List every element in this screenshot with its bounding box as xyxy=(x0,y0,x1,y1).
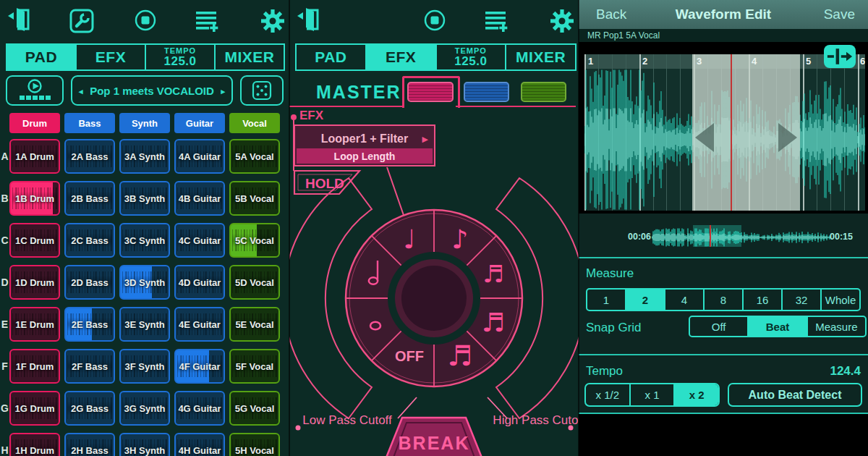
tempo-option-x1[interactable]: x 1 xyxy=(629,384,674,405)
pad-cell-5G[interactable]: 5G Vocal xyxy=(229,391,280,426)
tab-pad[interactable]: PAD xyxy=(297,45,365,69)
tab-tempo[interactable]: TEMPO 125.0 xyxy=(145,45,214,69)
pad-cell-3D[interactable]: 3D Synth xyxy=(119,265,170,300)
pad-cell-3A[interactable]: 3A Synth xyxy=(119,139,170,174)
column-header-vocal[interactable]: Vocal xyxy=(229,113,280,133)
pad-cell-1H[interactable]: 1H Drum xyxy=(9,433,60,456)
pad-cell-4H[interactable]: 4H Guitar xyxy=(174,433,225,456)
pad-cell-1C[interactable]: 1C Drum xyxy=(9,223,60,258)
playlist-add-icon[interactable] xyxy=(195,10,220,32)
pad-cell-1F[interactable]: 1F Drum xyxy=(9,349,60,384)
wheel-thirty-second-note[interactable]: ♬ xyxy=(482,308,505,337)
selection-start-handle[interactable] xyxy=(695,123,714,152)
channel-swatch-blue[interactable] xyxy=(464,82,509,102)
tempo-option-x2[interactable]: x 2 xyxy=(673,384,718,405)
break-button[interactable]: BREAK xyxy=(386,418,482,456)
pad-cell-3B[interactable]: 3B Synth xyxy=(119,181,170,216)
measure-option-whole[interactable]: Whole xyxy=(820,290,859,310)
pad-cell-2H[interactable]: 2H Bass xyxy=(64,433,115,456)
pad-cell-1E[interactable]: 1E Drum xyxy=(9,307,60,342)
tab-mixer[interactable]: MIXER xyxy=(505,45,575,69)
channel-swatch-pink[interactable] xyxy=(407,82,454,102)
wheel-off[interactable]: OFF xyxy=(395,348,424,364)
pad-cell-1G[interactable]: 1G Drum xyxy=(9,391,60,426)
selection-end-handle[interactable] xyxy=(778,123,797,152)
settings-icon[interactable] xyxy=(260,8,285,34)
pad-cell-1B[interactable]: 1B Drum xyxy=(9,181,60,216)
exit-icon[interactable] xyxy=(7,7,30,32)
pad-cell-2G[interactable]: 2G Bass xyxy=(64,391,115,426)
pad-cell-2B[interactable]: 2B Bass xyxy=(64,181,115,216)
pad-cell-4G[interactable]: 4G Guitar xyxy=(174,391,225,426)
pad-cell-5D[interactable]: 5D Vocal xyxy=(229,265,280,300)
back-button[interactable]: Back xyxy=(596,7,626,22)
pad-cell-3E[interactable]: 3E Synth xyxy=(119,307,170,342)
pad-cell-2D[interactable]: 2D Bass xyxy=(64,265,115,300)
wheel-sixteenth-note[interactable]: ♬ xyxy=(482,260,504,288)
trim-mode-button[interactable] xyxy=(824,45,856,68)
auto-beat-detect-button[interactable]: Auto Beat Detect xyxy=(728,383,862,407)
pad-cell-5H[interactable]: 5H Vocal xyxy=(229,433,280,456)
measure-option-2[interactable]: 2 xyxy=(625,290,664,310)
wheel-sixty-fourth-note[interactable]: ♬ xyxy=(448,339,473,372)
pad-cell-5C[interactable]: 5C Vocal xyxy=(229,223,280,258)
column-header-guitar[interactable]: Guitar xyxy=(174,113,225,133)
pad-cell-5F[interactable]: 5F Vocal xyxy=(229,349,280,384)
pad-cell-5E[interactable]: 5E Vocal xyxy=(229,307,280,342)
measure-option-4[interactable]: 4 xyxy=(664,290,703,310)
pad-cell-3H[interactable]: 3H Synth xyxy=(119,433,170,456)
save-button[interactable]: Save xyxy=(824,7,855,22)
stop-icon[interactable] xyxy=(135,9,156,31)
dice-button[interactable] xyxy=(240,75,284,106)
edit-tool-icon[interactable] xyxy=(69,9,94,33)
snap-option-off[interactable]: Off xyxy=(690,317,747,336)
loop-length-wheel[interactable] xyxy=(346,210,522,387)
measure-option-1[interactable]: 1 xyxy=(587,290,625,310)
column-header-drum[interactable]: Drum xyxy=(9,113,60,133)
pad-cell-3G[interactable]: 3G Synth xyxy=(119,391,170,426)
tab-tempo[interactable]: TEMPO 125.0 xyxy=(435,45,506,69)
exit-icon[interactable] xyxy=(297,7,320,32)
pad-cell-5A[interactable]: 5A Vocal xyxy=(229,139,280,174)
column-header-synth[interactable]: Synth xyxy=(119,113,170,133)
column-header-bass[interactable]: Bass xyxy=(64,113,115,133)
pad-cell-5B[interactable]: 5B Vocal xyxy=(229,181,280,216)
measure-option-16[interactable]: 16 xyxy=(742,290,781,310)
tab-mixer[interactable]: MIXER xyxy=(214,45,284,69)
tempo-option-half[interactable]: x 1/2 xyxy=(586,384,629,405)
pad-cell-2E[interactable]: 2E Bass xyxy=(64,307,115,342)
playlist-add-icon[interactable] xyxy=(485,10,509,32)
pad-cell-2F[interactable]: 2F Bass xyxy=(64,349,115,384)
measure-option-8[interactable]: 8 xyxy=(703,290,742,310)
channel-swatch-green[interactable] xyxy=(521,82,566,102)
tab-efx[interactable]: EFX xyxy=(75,45,145,69)
pattern-play-button[interactable] xyxy=(6,75,64,106)
song-selector[interactable]: ◂ Pop 1 meets VOCALOID ▸ xyxy=(71,75,233,106)
tab-pad[interactable]: PAD xyxy=(7,45,75,69)
hold-button[interactable]: HOLD xyxy=(294,171,359,194)
pad-cell-2C[interactable]: 2C Bass xyxy=(64,223,115,258)
pad-cell-3F[interactable]: 3F Synth xyxy=(119,349,170,384)
prev-song-arrow[interactable]: ◂ xyxy=(79,87,83,96)
pad-cell-1A[interactable]: 1A Drum xyxy=(9,139,60,174)
waveform-editor[interactable]: 1 2 3 4 5 6 xyxy=(584,54,865,211)
wheel-eighth-note[interactable]: ♪ xyxy=(452,224,469,254)
pad-cell-4C[interactable]: 4C Guitar xyxy=(174,223,225,258)
pad-cell-4F[interactable]: 4F Guitar xyxy=(174,349,225,384)
next-song-arrow[interactable]: ▸ xyxy=(221,87,225,96)
scrubber[interactable]: 00:06 00:15 xyxy=(619,224,861,248)
pad-cell-4D[interactable]: 4D Guitar xyxy=(174,265,225,300)
pad-cell-3C[interactable]: 3C Synth xyxy=(119,223,170,258)
snap-option-measure[interactable]: Measure xyxy=(807,317,865,336)
pad-cell-1D[interactable]: 1D Drum xyxy=(9,265,60,300)
pad-cell-4E[interactable]: 4E Guitar xyxy=(174,307,225,342)
pad-cell-2A[interactable]: 2A Bass xyxy=(64,139,115,174)
pad-cell-4A[interactable]: 4A Guitar xyxy=(174,139,225,174)
snap-option-beat[interactable]: Beat xyxy=(747,317,806,336)
measure-option-32[interactable]: 32 xyxy=(781,290,820,310)
tab-efx[interactable]: EFX xyxy=(365,45,435,69)
pad-cell-4B[interactable]: 4B Guitar xyxy=(174,181,225,216)
wheel-quarter-note[interactable]: ♩ xyxy=(404,224,416,254)
stop-icon[interactable] xyxy=(424,9,446,31)
settings-icon[interactable] xyxy=(550,8,574,34)
